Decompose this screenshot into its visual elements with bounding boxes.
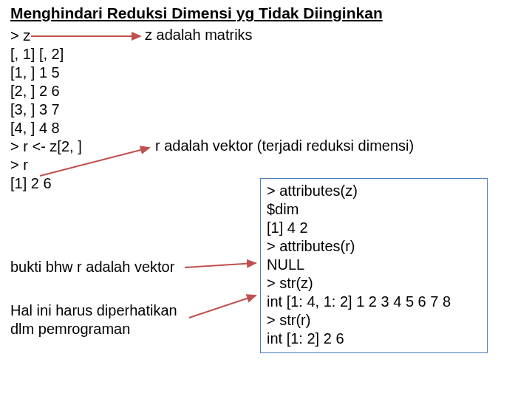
annotation-proof-vector: bukti bhw r adalah vektor [10,259,174,276]
code-block-left: > z [, 1] [, 2] [1, ] 1 5 [2, ] 2 6 [3, … [10,27,82,193]
attributes-box: > attributes(z) $dim [1] 4 2 > attribute… [260,178,488,353]
arrow-bukti-to-box-1 [185,263,256,267]
annotation-note-programming: Hal ini harus diperhatikan dlm pemrogram… [10,301,177,338]
slide-title: Menghindari Reduksi Dimensi yg Tidak Dii… [10,4,383,22]
arrow-bukti-to-box-2 [189,296,256,318]
annotation-r-vector: r adalah vektor (terjadi reduksi dimensi… [155,137,414,154]
slide: Menghindari Reduksi Dimensi yg Tidak Dii… [0,0,532,399]
annotation-z-matrix: z adalah matriks [145,27,253,44]
